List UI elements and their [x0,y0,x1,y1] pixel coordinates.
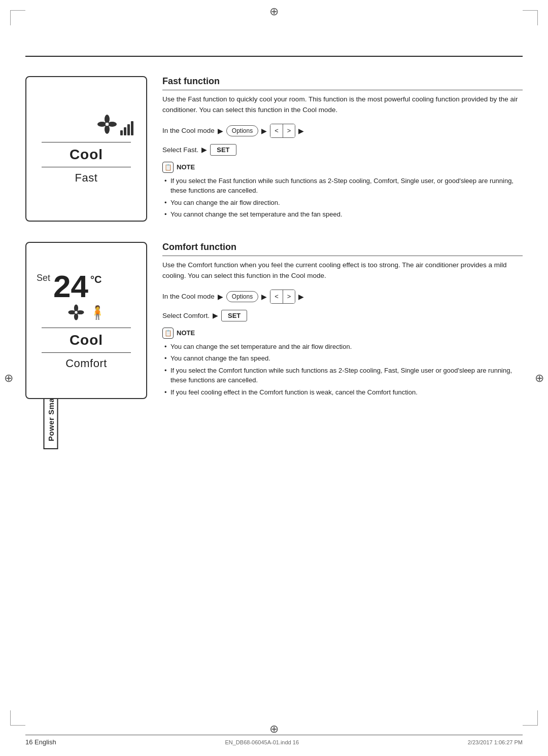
crosshair-bottom-icon: ⊕ [269,723,279,736]
comfort-lcd-display: Set 24 °C 🧍 Cool [25,242,147,399]
fast-instr-row1: In the Cool mode ▶ Options ▶ < > ▶ [162,124,523,138]
bar4 [131,121,133,135]
fast-set-button[interactable]: SET [210,144,236,156]
lcd-fast-label: Fast [75,171,98,185]
comfort-user-icon: 🧍 [89,305,106,320]
comfort-arrow3: ▶ [298,293,304,301]
fast-note-section: 📋 NOTE If you select the Fast function w… [162,162,523,220]
sidebar-wrapper: Power Smart Features [0,142,22,655]
footer-rule [25,735,523,735]
fast-note-item-1: You can change the air flow direction. [162,198,523,208]
fast-note-list: If you select the Fast function while su… [162,176,523,220]
bar2 [124,127,126,135]
fast-lcd-display: Cool Fast [25,76,147,222]
fast-note-icon: 📋 [162,162,174,173]
footer-date: 2/23/2017 1:06:27 PM [468,739,523,745]
crosshair-right-icon: ⊕ [535,372,544,385]
fast-nav-left[interactable]: < [270,124,283,137]
corner-mark-bl [10,710,25,726]
comfort-note-icon: 📋 [162,328,174,339]
comfort-note-item-3: If you feel cooling effect in the Comfor… [162,387,523,398]
footer-page-label: English [35,738,56,746]
comfort-section: Set 24 °C 🧍 Cool [25,242,523,399]
fan-icon [96,113,118,135]
comfort-note-item-2: If you select the Comfort function while… [162,366,523,385]
comfort-instr-row2: Select Comfort. ▶ SET [162,310,523,321]
lcd-divider1 [42,142,130,142]
comfort-options-button[interactable]: Options [226,291,258,302]
footer: 16 English EN_DB68-06045A-01.indd 16 2/2… [25,735,523,746]
comfort-right-content: Comfort function Use the Comfort functio… [162,242,523,399]
comfort-instr2-prefix: Select Comfort. [162,312,210,319]
comfort-set-row: Set 24 °C [34,271,139,302]
comfort-note-item-1: You cannot change the fan speed. [162,353,523,364]
comfort-instr-row1: In the Cool mode ▶ Options ▶ < > ▶ [162,290,523,304]
fast-description: Use the Fast function to quickly cool yo… [162,94,523,116]
lcd-divider2 [42,167,130,167]
comfort-section-title: Comfort function [162,242,523,256]
fast-arrow3: ▶ [298,127,304,135]
comfort-note-list: You can change the set temperature and t… [162,342,523,398]
comfort-temp: 24 [53,271,88,302]
fast-nav-buttons[interactable]: < > [270,124,295,138]
fast-note-item-0: If you select the Fast function while su… [162,176,523,196]
fast-right-content: Fast function Use the Fast function to q… [162,76,523,222]
comfort-cool-label: Cool [70,332,103,348]
signal-bars [120,121,133,135]
fast-section: Cool Fast Fast function Use the Fast fun… [25,76,523,222]
fast-arrow4: ▶ [201,146,207,154]
fast-instr2-prefix: Select Fast. [162,146,198,154]
comfort-divider2 [42,352,130,353]
comfort-nav-buttons[interactable]: < > [270,290,295,304]
comfort-nav-left[interactable]: < [270,290,283,303]
fast-arrow2: ▶ [261,127,267,135]
comfort-arrow4: ▶ [213,311,218,319]
comfort-note-section: 📋 NOTE You can change the set temperatur… [162,328,523,398]
main-content: Cool Fast Fast function Use the Fast fun… [25,66,523,715]
fast-section-title: Fast function [162,76,523,90]
comfort-set-label: Set [37,273,50,283]
crosshair-top-icon [266,4,282,19]
fast-instr-row2: Select Fast. ▶ SET [162,144,523,156]
fast-nav-right[interactable]: > [283,124,295,137]
fast-instr1-prefix: In the Cool mode [162,127,215,134]
svg-point-4 [105,122,109,126]
comfort-note-header: 📋 NOTE [162,328,523,339]
svg-point-9 [75,311,78,314]
bar1 [120,130,123,135]
footer-content: 16 English EN_DB68-06045A-01.indd 16 2/2… [25,738,523,746]
comfort-arrow1: ▶ [218,293,223,301]
comfort-fan-icon [67,303,85,321]
corner-mark-br [523,710,538,726]
comfort-note-item-0: You can change the set temperature and t… [162,342,523,352]
comfort-nav-right[interactable]: > [283,290,295,303]
comfort-description: Use the Comfort function when you feel t… [162,260,523,281]
footer-page: 16 English [25,738,56,746]
footer-file: EN_DB68-06045A-01.indd 16 [225,739,299,745]
comfort-arrow2: ▶ [261,293,267,301]
corner-mark-tr [523,10,538,25]
fast-note-label: NOTE [177,163,195,171]
corner-mark-tl [10,10,25,25]
top-rule [25,56,523,57]
fast-note-header: 📋 NOTE [162,162,523,173]
comfort-divider1 [42,328,130,328]
fast-note-item-2: You cannot change the set temperature an… [162,209,523,220]
comfort-note-label: NOTE [177,329,195,337]
comfort-instr1-prefix: In the Cool mode [162,293,215,300]
lcd-cool-label: Cool [70,147,103,163]
fast-options-button[interactable]: Options [226,125,258,136]
comfort-set-button[interactable]: SET [221,310,247,321]
comfort-celsius: °C [90,274,101,285]
bar3 [127,124,130,135]
footer-page-num: 16 [25,738,32,746]
fast-arrow1: ▶ [218,127,223,135]
comfort-mode-label: Comfort [65,357,107,370]
